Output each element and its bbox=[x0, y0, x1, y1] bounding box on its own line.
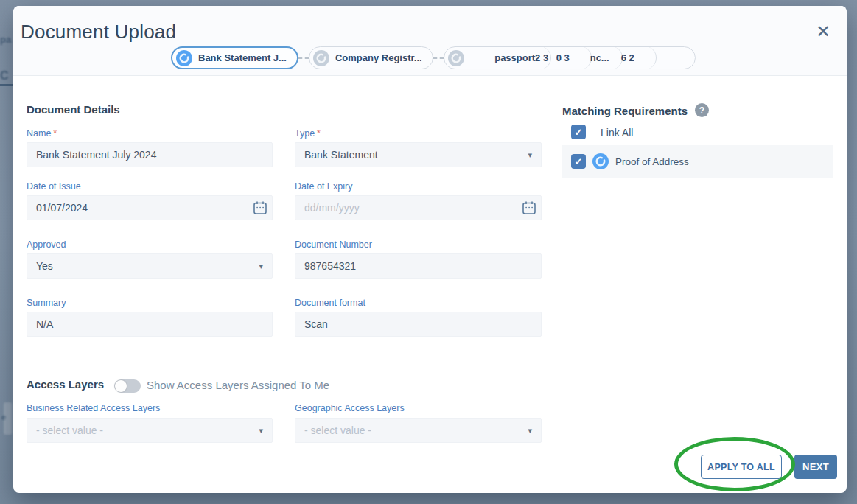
tab-label: Bank Statement J... bbox=[198, 52, 287, 63]
tab-connector bbox=[433, 57, 444, 59]
chevron-down-icon: ▾ bbox=[259, 426, 263, 435]
approved-label: Approved bbox=[27, 239, 66, 250]
apply-to-all-button[interactable]: APPLY TO ALL bbox=[701, 455, 782, 479]
document-format-field[interactable] bbox=[295, 312, 542, 337]
screen: pa C e Document Upload ✕ Bank Statement … bbox=[0, 0, 857, 504]
document-tabs: Bank Statement J... Company Registr... p… bbox=[171, 46, 696, 69]
document-upload-modal: Document Upload ✕ Bank Statement J... Co… bbox=[13, 6, 847, 493]
business-access-layers-label: Business Related Access Layers bbox=[27, 403, 160, 413]
link-all-checkbox[interactable]: ✓ bbox=[571, 125, 586, 139]
chevron-down-icon: ▾ bbox=[528, 426, 532, 435]
business-access-layers-select[interactable]: - select value - ▾ bbox=[27, 418, 273, 443]
next-button[interactable]: NEXT bbox=[794, 455, 837, 479]
geographic-access-layers-select[interactable]: - select value - ▾ bbox=[295, 418, 542, 443]
tab-passport-group[interactable]: passport2 3 0 3 nc... 6 2 bbox=[444, 46, 696, 69]
approved-select[interactable]: Yes ▾ bbox=[27, 253, 273, 279]
proof-of-address-label: Proof of Address bbox=[615, 156, 689, 167]
date-of-issue-label: Date of Issue bbox=[27, 181, 81, 192]
tab-edge bbox=[529, 46, 551, 69]
check-icon: ✓ bbox=[575, 127, 583, 138]
tab-fragment[interactable]: nc... bbox=[590, 52, 609, 63]
select-placeholder: - select value - bbox=[36, 424, 259, 436]
proof-of-address-checkbox[interactable]: ✓ bbox=[571, 154, 586, 169]
document-format-label: Document format bbox=[295, 298, 365, 308]
backdrop-fragment: C bbox=[0, 69, 9, 83]
document-progress-icon bbox=[313, 50, 329, 66]
calendar-icon[interactable] bbox=[522, 200, 536, 215]
tab-fragment[interactable]: 0 3 bbox=[556, 52, 570, 63]
backdrop-line bbox=[0, 84, 13, 86]
select-placeholder: - select value - bbox=[304, 424, 528, 436]
matching-requirements-heading: Matching Requirements? bbox=[562, 103, 709, 117]
name-label: Name* bbox=[27, 128, 57, 139]
document-progress-icon bbox=[592, 153, 609, 169]
required-asterisk: * bbox=[317, 128, 321, 139]
close-icon[interactable]: ✕ bbox=[811, 19, 836, 44]
document-number-field[interactable] bbox=[295, 253, 542, 279]
proof-of-address-row[interactable]: ✓ Proof of Address bbox=[562, 145, 833, 178]
date-of-expiry-field[interactable] bbox=[295, 195, 542, 220]
approved-value: Yes bbox=[36, 260, 259, 272]
document-progress-icon bbox=[176, 50, 192, 66]
summary-field[interactable] bbox=[27, 312, 273, 337]
show-access-layers-toggle[interactable] bbox=[114, 379, 141, 393]
document-progress-icon bbox=[448, 50, 464, 66]
document-number-label: Document Number bbox=[295, 239, 372, 250]
tab-fragment[interactable]: 6 2 bbox=[621, 52, 634, 63]
modal-title: Document Upload bbox=[21, 21, 176, 43]
access-layers-heading: Access Layers bbox=[27, 378, 104, 391]
tab-edge bbox=[570, 46, 592, 69]
date-of-expiry-label: Date of Expiry bbox=[295, 181, 353, 192]
chevron-down-icon: ▾ bbox=[259, 262, 263, 271]
toggle-knob bbox=[115, 380, 127, 392]
document-details-heading: Document Details bbox=[27, 103, 120, 116]
tab-edge bbox=[634, 46, 657, 69]
tab-label: Company Registr... bbox=[335, 52, 422, 63]
tab-bank-statement[interactable]: Bank Statement J... bbox=[171, 46, 298, 69]
show-access-layers-label: Show Access Layers Assigned To Me bbox=[147, 379, 329, 391]
link-all-label: Link All bbox=[601, 127, 633, 139]
check-icon: ✓ bbox=[575, 156, 583, 167]
type-select[interactable]: Bank Statement ▾ bbox=[295, 142, 542, 167]
help-icon[interactable]: ? bbox=[695, 103, 709, 117]
summary-label: Summary bbox=[27, 298, 66, 308]
type-value: Bank Statement bbox=[304, 149, 528, 161]
date-of-issue-field[interactable] bbox=[27, 195, 273, 220]
backdrop-fragment: e bbox=[1, 413, 6, 421]
type-label: Type* bbox=[295, 128, 321, 139]
name-field[interactable] bbox=[27, 142, 273, 167]
calendar-icon[interactable] bbox=[253, 200, 267, 215]
backdrop-fragment: pa bbox=[0, 34, 11, 45]
tab-company-registration[interactable]: Company Registr... bbox=[309, 46, 433, 69]
tab-connector bbox=[298, 57, 309, 59]
geographic-access-layers-label: Geographic Access Layers bbox=[295, 403, 405, 413]
chevron-down-icon: ▾ bbox=[528, 150, 532, 160]
required-asterisk: * bbox=[53, 128, 57, 139]
